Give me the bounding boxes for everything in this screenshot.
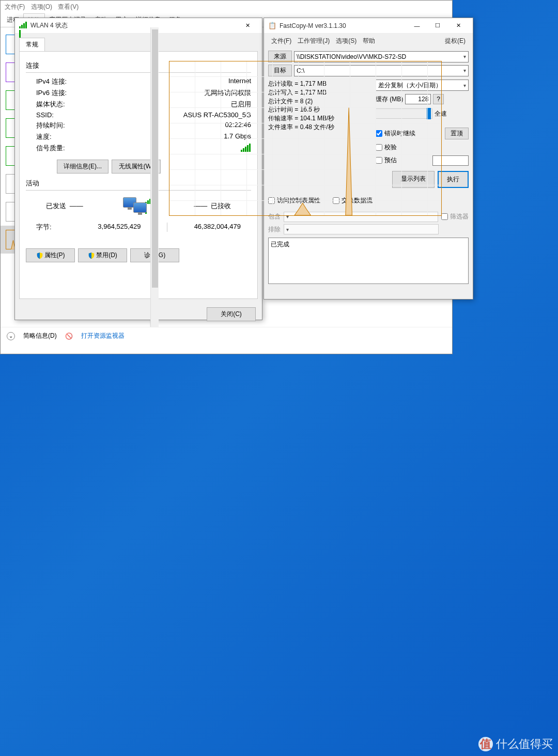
ssid-label: SSID:: [36, 111, 183, 119]
exclude-label: 排除: [268, 225, 281, 234]
wlan-title: WLAN 4 状态: [30, 21, 237, 30]
menu-view[interactable]: 查看(V): [58, 3, 79, 10]
svg-marker-0: [295, 203, 311, 215]
topmost-button[interactable]: 置顶: [445, 128, 469, 139]
svg-marker-1: [346, 107, 352, 215]
network-activity-icon: [123, 196, 154, 216]
minimize-button[interactable]: —: [407, 19, 427, 33]
open-resmon-link[interactable]: 打开资源监视器: [81, 332, 125, 340]
wlan-titlebar[interactable]: WLAN 4 状态 ✕: [15, 18, 262, 34]
menu-options[interactable]: 选项(S): [333, 36, 360, 46]
menu-elevate[interactable]: 提权(E): [442, 36, 469, 46]
taskmgr-menubar: 文件(F) 选项(O) 查看(V): [1, 1, 452, 13]
maximize-button[interactable]: ☐: [427, 19, 448, 33]
fewer-details-link[interactable]: 简略信息(D): [23, 332, 57, 340]
fastcopy-menubar: 文件(F) 工作管理(J) 选项(S) 帮助 提权(E): [264, 34, 473, 49]
fastcopy-title: FastCopy-M ver3.1.1.30: [280, 22, 407, 29]
fewer-details-icon[interactable]: ⌄: [7, 332, 15, 340]
fastcopy-icon: 📋: [268, 22, 276, 30]
resmon-icon: 🚫: [65, 333, 73, 340]
fastcopy-titlebar[interactable]: 📋 FastCopy-M ver3.1.1.30 — ☐ ✕: [264, 18, 473, 34]
close-dialog-button[interactable]: 关闭(C): [207, 307, 256, 321]
menu-help[interactable]: 帮助: [360, 36, 378, 46]
bytes-label: 字节:: [36, 223, 78, 232]
taskmgr-footer: ⌄ 简略信息(D) 🚫 打开资源监视器: [1, 327, 452, 344]
bytes-sent: 3,964,525,429: [78, 223, 157, 232]
signal-icon: [19, 22, 27, 30]
disable-button[interactable]: 禁用(D): [78, 248, 127, 262]
watermark: 值 什么值得买: [478, 736, 553, 752]
bytes-recv: 46,382,004,479: [178, 223, 241, 232]
tab-general[interactable]: 常规: [19, 38, 45, 51]
sidebar-scrollbar[interactable]: [150, 27, 159, 327]
close-button[interactable]: ✕: [448, 19, 469, 33]
menu-file[interactable]: 文件(F): [5, 3, 25, 10]
close-button[interactable]: ✕: [237, 19, 258, 33]
menu-jobmgr[interactable]: 工作管理(J): [295, 36, 333, 46]
shield-icon: [36, 252, 43, 259]
exclude-input[interactable]: [284, 224, 439, 234]
details-button[interactable]: 详细信息(E)...: [57, 160, 109, 174]
menu-options[interactable]: 选项(O): [31, 3, 52, 10]
menu-file[interactable]: 文件(F): [268, 36, 295, 46]
log-area: 已完成: [268, 238, 469, 284]
filter-checkbox[interactable]: 筛选器: [441, 212, 469, 221]
execute-button[interactable]: 执行: [438, 171, 469, 188]
watermark-icon: 值: [478, 737, 493, 751]
properties-button[interactable]: 属性(P): [26, 248, 75, 262]
throughput-chart: [169, 61, 442, 216]
shield-icon: [88, 252, 95, 259]
watermark-text: 什么值得买: [496, 736, 553, 752]
sent-label: 已发送 ——: [46, 201, 83, 211]
